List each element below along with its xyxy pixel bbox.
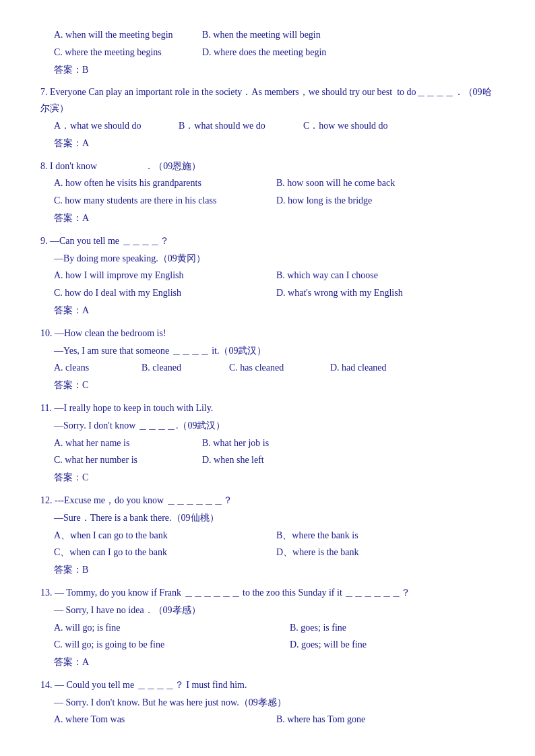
page-content: A. when will the meeting begin B. when t… <box>40 27 495 728</box>
question-sub-14: — Sorry. I don't know. But he was here j… <box>54 695 495 711</box>
options-row-12a: A、when I can go to the bank B、where the … <box>54 528 495 544</box>
options-row-11b: C. what her number is D. when she left <box>54 452 495 468</box>
option-11d: D. when she left <box>202 452 350 468</box>
question-sub-12: —Sure．There is a bank there.（09仙桃） <box>54 510 495 526</box>
question-block-9: 9. —Can you tell me ＿＿＿＿？ —By doing more… <box>40 233 495 319</box>
question-block-8: 8. I don't know ．（09恩施） A. how often he … <box>40 158 495 226</box>
option-10a: A. cleans <box>54 360 141 376</box>
answer-7: 答案：A <box>54 135 495 152</box>
option-11a: A. what her name is <box>54 435 202 451</box>
option-9c: C. how do I deal with my English <box>54 285 276 301</box>
option-a: A. when will the meeting begin <box>54 27 202 43</box>
answer-10: 答案：C <box>54 377 495 393</box>
option-12b: B、where the bank is <box>276 528 424 544</box>
question-text-12: 12. ---Excuse me，do you know ＿＿＿＿＿＿？ <box>40 493 495 509</box>
option-11b: B. what her job is <box>202 435 350 451</box>
option-10b: B. cleaned <box>141 360 229 376</box>
option-10d: D. had cleaned <box>330 360 418 376</box>
question-text-11: 11. —I really hope to keep in touch with… <box>40 400 495 416</box>
option-7b: B．what should we do <box>179 118 303 134</box>
option-13a: A. will go; is fine <box>54 620 290 636</box>
options-row-9b: C. how do I deal with my English D. what… <box>54 285 495 301</box>
question-block-7: 7. Everyone Can play an important role i… <box>40 84 495 151</box>
options-row: A. when will the meeting begin B. when t… <box>54 27 495 43</box>
question-text-7: 7. Everyone Can play an important role i… <box>40 84 495 117</box>
option-12a: A、when I can go to the bank <box>54 528 276 544</box>
question-text-14: 14. — Could you tell me ＿＿＿＿？ I must fin… <box>40 677 495 693</box>
options-row: C. where the meeting begins D. where doe… <box>54 44 495 61</box>
option-8b: B. how soon will he come back <box>276 175 424 191</box>
question-block-10: 10. —How clean the bedroom is! —Yes, I a… <box>40 325 495 393</box>
option-7a: A．what we should do <box>54 118 179 134</box>
question-block-12: 12. ---Excuse me，do you know ＿＿＿＿＿＿？ —Su… <box>40 493 495 578</box>
options-row-9a: A. how I will improve my English B. whic… <box>54 267 495 284</box>
answer: 答案：B <box>54 62 495 78</box>
options-row-14a: A. where Tom was B. where has Tom gone <box>54 712 495 728</box>
options-row-7: A．what we should do B．what should we do … <box>54 118 495 134</box>
option-9b: B. which way can I choose <box>276 267 424 284</box>
option-7c: C．how we should do <box>303 118 428 134</box>
question-block-14: 14. — Could you tell me ＿＿＿＿？ I must fin… <box>40 677 495 728</box>
answer-11: 答案：C <box>54 470 495 486</box>
options-row-8a: A. how often he visits his grandparents … <box>54 175 495 191</box>
option-14b: B. where has Tom gone <box>276 712 424 728</box>
option-13d: D. goes; will be fine <box>290 637 438 653</box>
option-13b: B. goes; is fine <box>290 620 438 636</box>
option-b: B. when the meeting will begin <box>202 27 350 43</box>
question-text-9: 9. —Can you tell me ＿＿＿＿？ <box>40 233 495 249</box>
option-9d: D. what's wrong with my English <box>276 285 424 301</box>
question-block-13: 13. — Tommy, do you know if Frank ＿＿＿＿＿＿… <box>40 585 495 670</box>
answer-12: 答案：B <box>54 562 495 578</box>
question-text-10: 10. —How clean the bedroom is! <box>40 325 495 342</box>
answer-8: 答案：A <box>54 210 495 226</box>
option-11c: C. what her number is <box>54 452 202 468</box>
option-9a: A. how I will improve my English <box>54 267 276 284</box>
options-row-12b: C、when can I go to the bank D、where is t… <box>54 544 495 561</box>
question-sub-9: —By doing more speaking.（09黄冈） <box>54 251 495 267</box>
option-d: D. where does the meeting begin <box>202 44 350 61</box>
option-8c: C. how many students are there in his cl… <box>54 193 276 209</box>
option-13c: C. will go; is going to be fine <box>54 637 290 653</box>
options-row-11a: A. what her name is B. what her job is <box>54 435 495 451</box>
answer-13: 答案：A <box>54 654 495 670</box>
question-block-top: A. when will the meeting begin B. when t… <box>40 27 495 77</box>
option-14a: A. where Tom was <box>54 712 276 728</box>
question-block-11: 11. —I really hope to keep in touch with… <box>40 400 495 486</box>
question-sub-13: — Sorry, I have no idea．（09孝感） <box>54 602 495 619</box>
question-text-13: 13. — Tommy, do you know if Frank ＿＿＿＿＿＿… <box>40 585 495 601</box>
options-row-10: A. cleans B. cleaned C. has cleaned D. h… <box>54 360 495 376</box>
option-12d: D、where is the bank <box>276 544 424 561</box>
option-12c: C、when can I go to the bank <box>54 544 276 561</box>
options-row-13b: C. will go; is going to be fine D. goes;… <box>54 637 495 653</box>
option-8a: A. how often he visits his grandparents <box>54 175 276 191</box>
question-sub-11: —Sorry. I don't know ＿＿＿＿.（09武汉） <box>54 418 495 434</box>
options-row-8b: C. how many students are there in his cl… <box>54 193 495 209</box>
question-text-8: 8. I don't know ．（09恩施） <box>40 158 495 175</box>
question-sub-10: —Yes, I am sure that someone ＿＿＿＿ it.（09… <box>54 343 495 359</box>
option-8d: D. how long is the bridge <box>276 193 424 209</box>
answer-9: 答案：A <box>54 303 495 319</box>
options-row-13a: A. will go; is fine B. goes; is fine <box>54 620 495 636</box>
option-10c: C. has cleaned <box>229 360 330 376</box>
option-c: C. where the meeting begins <box>54 44 202 61</box>
